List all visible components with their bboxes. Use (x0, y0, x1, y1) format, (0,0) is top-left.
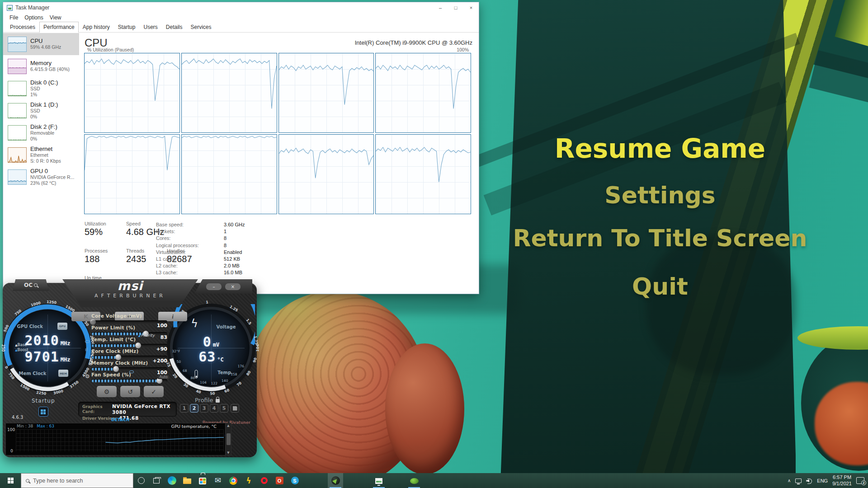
gpu-name: NVIDIA GeForce RTX 3080 (112, 404, 173, 415)
chrome-button[interactable] (226, 473, 241, 488)
task-view-button[interactable] (149, 473, 164, 488)
afterburner-actions: ⚙ ↺ ✓ (97, 386, 164, 397)
mail-button[interactable]: ✉ (210, 473, 226, 488)
fan-auto-toggle[interactable]: Auto (158, 375, 169, 379)
tab[interactable]: App history (79, 22, 114, 32)
core-clock-row: ıl Core Clock (MHz) +90 (91, 346, 167, 359)
scroll-up-icon[interactable]: ▲ (227, 424, 229, 427)
cortana-button[interactable] (133, 473, 149, 488)
windows-startup-button[interactable] (38, 407, 48, 417)
lock-icon[interactable] (216, 399, 220, 403)
office-button[interactable]: O (272, 473, 287, 488)
monitor-title: GPU temperature, °C (171, 424, 217, 429)
curve-icon[interactable]: ıl (85, 347, 88, 352)
spec-label: L3 cache: (156, 270, 224, 275)
afterburner-window-controls: – × (194, 279, 252, 294)
profile-slot-button[interactable]: 2 (190, 404, 198, 413)
tab[interactable]: Details (162, 22, 187, 32)
close-button[interactable]: × (463, 2, 479, 13)
file-explorer-button[interactable] (179, 473, 195, 488)
menu-item[interactable]: Options (22, 14, 46, 22)
slider-value: +90 (156, 346, 167, 352)
memory-clock-row: Memory Clock (MHz) +200 (91, 358, 167, 371)
language-indicator[interactable]: ENG (817, 478, 828, 483)
close-button[interactable]: × (225, 283, 241, 290)
pause-menu-item[interactable]: Resume Game (555, 135, 765, 164)
lightning-app-button[interactable]: ϟ (241, 473, 256, 488)
tab[interactable]: Users (139, 22, 161, 32)
lab-shelf (809, 50, 868, 123)
core-voltage-row: Core Voltage (mV) (91, 311, 167, 324)
disk-thumbnail (8, 125, 27, 141)
game-taskbar-button[interactable] (406, 473, 422, 488)
title-bar[interactable]: Task Manager – □ × (3, 2, 479, 13)
skype-icon: S (291, 477, 299, 484)
profile-slot-button[interactable]: 3 (200, 404, 208, 413)
slider-label: Fan Speed (%) (91, 372, 131, 377)
tab[interactable]: Startup (114, 22, 140, 32)
specimen-bowl-lid (797, 326, 868, 350)
speaker-icon[interactable] (806, 478, 812, 483)
y-axis-min: 0 (10, 449, 13, 453)
sidebar-item-sub: Ethernet (30, 152, 61, 158)
sidebar-item-label: Disk 0 (C:) (30, 79, 58, 86)
magnifier-icon (34, 283, 38, 287)
fan-speed-slider[interactable] (91, 379, 167, 383)
profile-slot-button[interactable]: 1 (180, 404, 189, 413)
network-icon[interactable] (795, 479, 802, 483)
slider-label: Power Limit (%) (91, 325, 135, 330)
scroll-down-icon[interactable]: ▼ (227, 451, 229, 455)
minimize-button[interactable]: – (433, 2, 448, 13)
task-manager-taskbar-button[interactable] (371, 473, 387, 488)
maximize-button[interactable]: □ (448, 2, 463, 13)
notification-center-icon[interactable]: 2 (856, 477, 864, 484)
sidebar-item-ethernet[interactable]: EthernetEthernetS: 0 R: 0 Kbps (3, 144, 79, 166)
search-input[interactable]: Type here to search (21, 473, 133, 488)
tab[interactable]: Performance (39, 22, 79, 33)
tab[interactable]: Services (187, 22, 216, 32)
opera-button[interactable] (256, 473, 272, 488)
apply-button[interactable]: ✓ (144, 386, 164, 397)
profile-slot-button[interactable]: 4 (210, 404, 218, 413)
sidebar-item-disk2[interactable]: Disk 2 (F:)Removable0% (3, 122, 79, 144)
scrollbar-thumb[interactable] (226, 433, 231, 445)
minimize-button[interactable]: – (206, 283, 222, 290)
clock[interactable]: 6:57 PM9/1/2021 (832, 474, 852, 487)
profile-label: Profile (195, 397, 220, 404)
profile-save-button[interactable] (231, 404, 239, 413)
monitor-scrollbar[interactable]: ▲ ▼ (225, 423, 231, 455)
reset-button[interactable]: ↺ (120, 386, 140, 397)
sidebar-item-label: Disk 2 (F:) (30, 123, 57, 130)
skype-button[interactable]: S (287, 473, 302, 488)
menu-item[interactable]: View (47, 14, 64, 22)
link-icon[interactable] (85, 340, 90, 343)
menu-item[interactable]: File (7, 14, 21, 22)
sidebar-item-disk1[interactable]: Disk 1 (D:)SSD0% (3, 99, 79, 122)
settings-gear-button[interactable]: ⚙ (97, 386, 117, 397)
store-button[interactable] (195, 473, 210, 488)
pause-menu: Resume GameSettingsReturn To Title Scree… (511, 135, 809, 300)
afterburner-taskbar-button[interactable] (328, 473, 343, 488)
monitor-grid (16, 429, 224, 451)
detach-link[interactable]: DETACH (111, 418, 129, 422)
mail-icon: ✉ (215, 477, 221, 484)
cpu-thumbnail (8, 37, 27, 52)
tray-chevron-icon[interactable]: ∧ (788, 478, 791, 483)
stat-value: 2435 (126, 254, 146, 264)
cortana-icon (138, 477, 145, 484)
cpu-core-chart-5 (84, 134, 180, 214)
start-button[interactable] (0, 473, 21, 488)
sidebar-item-gpu[interactable]: GPU 0NVIDIA GeForce R...23% (62 °C) (3, 166, 79, 188)
sidebar-item-disk0[interactable]: Disk 0 (C:)SSD1% (3, 77, 79, 99)
pause-menu-item[interactable]: Return To Title Screen (513, 225, 807, 251)
tab[interactable]: Processes (6, 22, 39, 32)
edge-button[interactable] (164, 473, 179, 488)
link-icon[interactable] (129, 371, 134, 373)
profile-slot-button[interactable]: 5 (220, 404, 228, 413)
gear-icon[interactable]: ⚙ (85, 373, 90, 380)
sidebar-item-memory[interactable]: Memory6.4/15.9 GB (40%) (3, 55, 79, 77)
pause-menu-item[interactable]: Quit (632, 274, 688, 300)
pause-menu-item[interactable]: Settings (604, 183, 715, 208)
sidebar-item-cpu[interactable]: CPU59% 4.68 GHz (3, 33, 79, 55)
oc-scanner-button[interactable]: OC (13, 279, 49, 291)
